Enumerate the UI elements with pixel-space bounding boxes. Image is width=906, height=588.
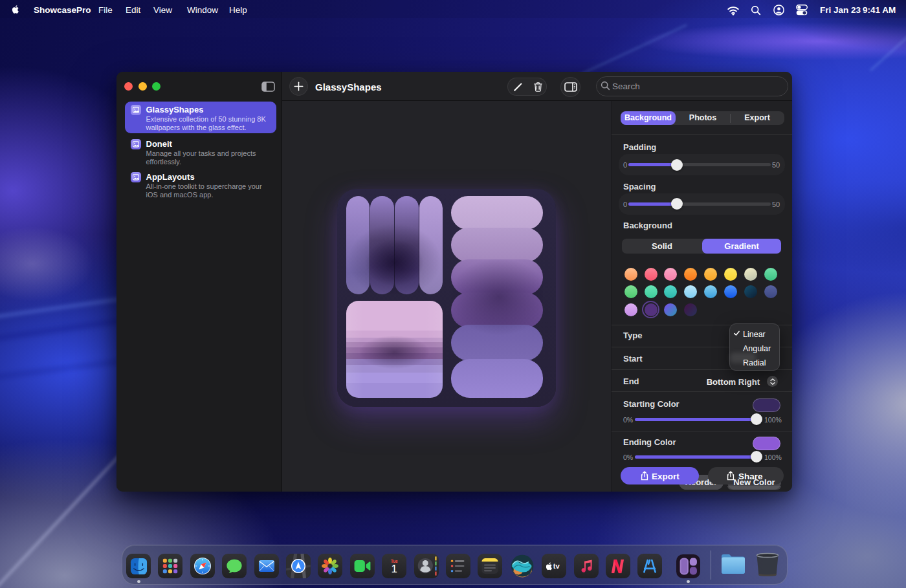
- svg-text:tv: tv: [553, 562, 560, 570]
